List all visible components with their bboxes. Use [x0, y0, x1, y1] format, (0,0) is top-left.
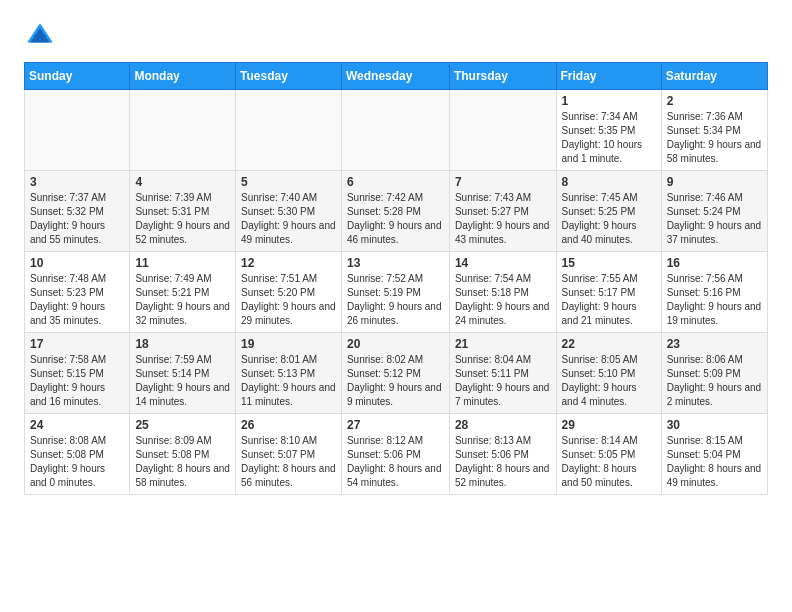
- day-number: 3: [30, 175, 124, 189]
- day-info: Sunrise: 8:01 AM Sunset: 5:13 PM Dayligh…: [241, 353, 336, 409]
- day-info: Sunrise: 8:08 AM Sunset: 5:08 PM Dayligh…: [30, 434, 124, 490]
- day-number: 2: [667, 94, 762, 108]
- week-row-3: 10Sunrise: 7:48 AM Sunset: 5:23 PM Dayli…: [25, 252, 768, 333]
- day-info: Sunrise: 8:12 AM Sunset: 5:06 PM Dayligh…: [347, 434, 444, 490]
- day-info: Sunrise: 7:45 AM Sunset: 5:25 PM Dayligh…: [562, 191, 656, 247]
- day-info: Sunrise: 8:06 AM Sunset: 5:09 PM Dayligh…: [667, 353, 762, 409]
- weekday-wednesday: Wednesday: [341, 63, 449, 90]
- day-cell: [236, 90, 342, 171]
- day-info: Sunrise: 7:46 AM Sunset: 5:24 PM Dayligh…: [667, 191, 762, 247]
- day-cell: 20Sunrise: 8:02 AM Sunset: 5:12 PM Dayli…: [341, 333, 449, 414]
- day-info: Sunrise: 8:14 AM Sunset: 5:05 PM Dayligh…: [562, 434, 656, 490]
- logo: [24, 20, 60, 52]
- day-info: Sunrise: 7:48 AM Sunset: 5:23 PM Dayligh…: [30, 272, 124, 328]
- day-cell: 1Sunrise: 7:34 AM Sunset: 5:35 PM Daylig…: [556, 90, 661, 171]
- day-number: 8: [562, 175, 656, 189]
- day-number: 9: [667, 175, 762, 189]
- week-row-2: 3Sunrise: 7:37 AM Sunset: 5:32 PM Daylig…: [25, 171, 768, 252]
- day-number: 10: [30, 256, 124, 270]
- day-cell: 23Sunrise: 8:06 AM Sunset: 5:09 PM Dayli…: [661, 333, 767, 414]
- day-number: 21: [455, 337, 551, 351]
- day-cell: 11Sunrise: 7:49 AM Sunset: 5:21 PM Dayli…: [130, 252, 236, 333]
- day-info: Sunrise: 7:36 AM Sunset: 5:34 PM Dayligh…: [667, 110, 762, 166]
- day-info: Sunrise: 7:51 AM Sunset: 5:20 PM Dayligh…: [241, 272, 336, 328]
- day-number: 4: [135, 175, 230, 189]
- day-cell: 25Sunrise: 8:09 AM Sunset: 5:08 PM Dayli…: [130, 414, 236, 495]
- day-cell: 2Sunrise: 7:36 AM Sunset: 5:34 PM Daylig…: [661, 90, 767, 171]
- day-number: 12: [241, 256, 336, 270]
- day-cell: [130, 90, 236, 171]
- day-info: Sunrise: 7:49 AM Sunset: 5:21 PM Dayligh…: [135, 272, 230, 328]
- day-info: Sunrise: 8:13 AM Sunset: 5:06 PM Dayligh…: [455, 434, 551, 490]
- day-cell: 15Sunrise: 7:55 AM Sunset: 5:17 PM Dayli…: [556, 252, 661, 333]
- day-cell: 6Sunrise: 7:42 AM Sunset: 5:28 PM Daylig…: [341, 171, 449, 252]
- day-info: Sunrise: 7:58 AM Sunset: 5:15 PM Dayligh…: [30, 353, 124, 409]
- day-cell: 9Sunrise: 7:46 AM Sunset: 5:24 PM Daylig…: [661, 171, 767, 252]
- day-number: 27: [347, 418, 444, 432]
- day-number: 18: [135, 337, 230, 351]
- day-info: Sunrise: 7:40 AM Sunset: 5:30 PM Dayligh…: [241, 191, 336, 247]
- day-cell: [449, 90, 556, 171]
- day-number: 23: [667, 337, 762, 351]
- weekday-tuesday: Tuesday: [236, 63, 342, 90]
- day-info: Sunrise: 7:39 AM Sunset: 5:31 PM Dayligh…: [135, 191, 230, 247]
- day-number: 28: [455, 418, 551, 432]
- day-info: Sunrise: 8:15 AM Sunset: 5:04 PM Dayligh…: [667, 434, 762, 490]
- day-number: 16: [667, 256, 762, 270]
- weekday-header-row: SundayMondayTuesdayWednesdayThursdayFrid…: [25, 63, 768, 90]
- day-cell: 16Sunrise: 7:56 AM Sunset: 5:16 PM Dayli…: [661, 252, 767, 333]
- header: [24, 20, 768, 52]
- day-cell: 7Sunrise: 7:43 AM Sunset: 5:27 PM Daylig…: [449, 171, 556, 252]
- day-info: Sunrise: 7:37 AM Sunset: 5:32 PM Dayligh…: [30, 191, 124, 247]
- day-cell: 8Sunrise: 7:45 AM Sunset: 5:25 PM Daylig…: [556, 171, 661, 252]
- day-cell: 14Sunrise: 7:54 AM Sunset: 5:18 PM Dayli…: [449, 252, 556, 333]
- day-cell: [341, 90, 449, 171]
- day-cell: 28Sunrise: 8:13 AM Sunset: 5:06 PM Dayli…: [449, 414, 556, 495]
- weekday-friday: Friday: [556, 63, 661, 90]
- day-info: Sunrise: 8:02 AM Sunset: 5:12 PM Dayligh…: [347, 353, 444, 409]
- day-number: 14: [455, 256, 551, 270]
- day-info: Sunrise: 8:05 AM Sunset: 5:10 PM Dayligh…: [562, 353, 656, 409]
- page: SundayMondayTuesdayWednesdayThursdayFrid…: [0, 0, 792, 515]
- day-number: 13: [347, 256, 444, 270]
- day-info: Sunrise: 7:34 AM Sunset: 5:35 PM Dayligh…: [562, 110, 656, 166]
- day-cell: 30Sunrise: 8:15 AM Sunset: 5:04 PM Dayli…: [661, 414, 767, 495]
- logo-icon: [24, 20, 56, 52]
- day-number: 25: [135, 418, 230, 432]
- day-cell: 10Sunrise: 7:48 AM Sunset: 5:23 PM Dayli…: [25, 252, 130, 333]
- day-number: 26: [241, 418, 336, 432]
- week-row-4: 17Sunrise: 7:58 AM Sunset: 5:15 PM Dayli…: [25, 333, 768, 414]
- day-number: 11: [135, 256, 230, 270]
- day-cell: 18Sunrise: 7:59 AM Sunset: 5:14 PM Dayli…: [130, 333, 236, 414]
- weekday-monday: Monday: [130, 63, 236, 90]
- day-number: 6: [347, 175, 444, 189]
- day-cell: 19Sunrise: 8:01 AM Sunset: 5:13 PM Dayli…: [236, 333, 342, 414]
- day-number: 17: [30, 337, 124, 351]
- day-cell: 12Sunrise: 7:51 AM Sunset: 5:20 PM Dayli…: [236, 252, 342, 333]
- day-cell: 4Sunrise: 7:39 AM Sunset: 5:31 PM Daylig…: [130, 171, 236, 252]
- day-number: 7: [455, 175, 551, 189]
- day-info: Sunrise: 7:55 AM Sunset: 5:17 PM Dayligh…: [562, 272, 656, 328]
- day-info: Sunrise: 8:04 AM Sunset: 5:11 PM Dayligh…: [455, 353, 551, 409]
- day-number: 20: [347, 337, 444, 351]
- day-cell: 21Sunrise: 8:04 AM Sunset: 5:11 PM Dayli…: [449, 333, 556, 414]
- day-info: Sunrise: 7:56 AM Sunset: 5:16 PM Dayligh…: [667, 272, 762, 328]
- day-cell: 26Sunrise: 8:10 AM Sunset: 5:07 PM Dayli…: [236, 414, 342, 495]
- weekday-saturday: Saturday: [661, 63, 767, 90]
- day-info: Sunrise: 7:54 AM Sunset: 5:18 PM Dayligh…: [455, 272, 551, 328]
- day-cell: 27Sunrise: 8:12 AM Sunset: 5:06 PM Dayli…: [341, 414, 449, 495]
- day-number: 15: [562, 256, 656, 270]
- day-cell: 5Sunrise: 7:40 AM Sunset: 5:30 PM Daylig…: [236, 171, 342, 252]
- day-info: Sunrise: 7:42 AM Sunset: 5:28 PM Dayligh…: [347, 191, 444, 247]
- day-number: 22: [562, 337, 656, 351]
- day-info: Sunrise: 8:10 AM Sunset: 5:07 PM Dayligh…: [241, 434, 336, 490]
- day-cell: 29Sunrise: 8:14 AM Sunset: 5:05 PM Dayli…: [556, 414, 661, 495]
- day-cell: 13Sunrise: 7:52 AM Sunset: 5:19 PM Dayli…: [341, 252, 449, 333]
- day-cell: 17Sunrise: 7:58 AM Sunset: 5:15 PM Dayli…: [25, 333, 130, 414]
- week-row-1: 1Sunrise: 7:34 AM Sunset: 5:35 PM Daylig…: [25, 90, 768, 171]
- calendar-table: SundayMondayTuesdayWednesdayThursdayFrid…: [24, 62, 768, 495]
- week-row-5: 24Sunrise: 8:08 AM Sunset: 5:08 PM Dayli…: [25, 414, 768, 495]
- day-info: Sunrise: 7:52 AM Sunset: 5:19 PM Dayligh…: [347, 272, 444, 328]
- day-cell: 3Sunrise: 7:37 AM Sunset: 5:32 PM Daylig…: [25, 171, 130, 252]
- day-cell: 22Sunrise: 8:05 AM Sunset: 5:10 PM Dayli…: [556, 333, 661, 414]
